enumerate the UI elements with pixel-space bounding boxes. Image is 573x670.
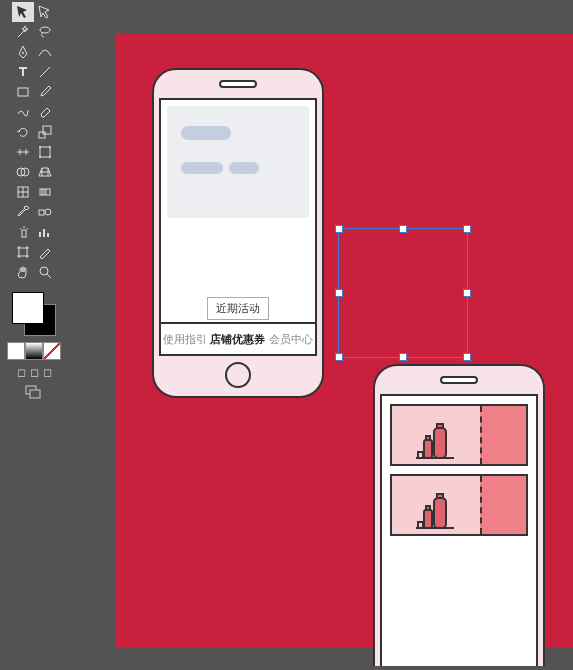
type-tool-icon[interactable] [12, 62, 34, 82]
phone-earpiece-icon [440, 376, 478, 384]
svg-rect-22 [437, 424, 443, 428]
svg-point-15 [45, 209, 51, 215]
svg-rect-27 [424, 510, 432, 528]
phone-mockup-1[interactable]: 近期活动 使用指引 店铺优惠券 会员中心 [152, 68, 324, 398]
selection-handle-icon[interactable] [335, 225, 343, 233]
selection-handle-icon[interactable] [399, 353, 407, 361]
svg-point-18 [40, 267, 48, 275]
home-button-icon [225, 362, 251, 388]
gradient-tool-icon[interactable] [34, 182, 56, 202]
svg-point-6 [39, 146, 41, 148]
fill-mode-row [7, 342, 61, 360]
selection-handle-icon[interactable] [463, 289, 471, 297]
tab-item[interactable]: 使用指引 [163, 332, 207, 347]
svg-rect-20 [30, 390, 40, 398]
phone-screen: 近期活动 使用指引 店铺优惠券 会员中心 [159, 98, 317, 356]
placeholder-line [181, 162, 223, 174]
zoom-tool-icon[interactable] [34, 262, 56, 282]
paintbrush-tool-icon[interactable] [34, 82, 56, 102]
lasso-tool-icon[interactable] [34, 22, 56, 42]
coupon-stub [480, 406, 526, 464]
selection-rectangle[interactable] [338, 228, 468, 358]
tab-item[interactable]: 会员中心 [269, 332, 313, 347]
color-swatch-panel[interactable] [12, 292, 56, 336]
eyedropper-tool-icon[interactable] [12, 202, 34, 222]
screen-mode-row: ◻ ◻ ◻ [17, 366, 52, 379]
column-graph-tool-icon[interactable] [34, 222, 56, 242]
foreground-color-swatch[interactable] [12, 292, 44, 324]
svg-rect-24 [426, 436, 430, 440]
draw-normal-icon[interactable]: ◻ [17, 366, 26, 379]
svg-rect-25 [434, 498, 446, 528]
rectangle-tool-icon[interactable] [12, 82, 34, 102]
tab-bar: 使用指引 店铺优惠券 会员中心 [161, 322, 315, 354]
svg-rect-3 [39, 132, 45, 138]
phone-earpiece-icon [219, 80, 257, 88]
artboard[interactable]: 近期活动 使用指引 店铺优惠券 会员中心 [115, 34, 573, 648]
svg-point-0 [40, 27, 50, 33]
content-placeholder [167, 106, 309, 218]
svg-point-8 [39, 156, 41, 158]
selection-tool-icon[interactable] [12, 2, 34, 22]
line-segment-tool-icon[interactable] [34, 62, 56, 82]
coupon-image-area [392, 406, 480, 464]
svg-point-1 [22, 52, 24, 54]
svg-rect-17 [19, 248, 27, 256]
mesh-tool-icon[interactable] [12, 182, 34, 202]
shape-builder-tool-icon[interactable] [12, 162, 34, 182]
canvas-area[interactable]: 近期活动 使用指引 店铺优惠券 会员中心 [68, 0, 573, 670]
blend-tool-icon[interactable] [34, 202, 56, 222]
svg-rect-14 [39, 210, 44, 215]
draw-inside-icon[interactable]: ◻ [43, 366, 52, 379]
magic-wand-tool-icon[interactable] [12, 22, 34, 42]
perspective-grid-tool-icon[interactable] [34, 162, 56, 182]
coupon-stub [480, 476, 526, 534]
shaper-tool-icon[interactable] [12, 102, 34, 122]
bottles-icon [412, 492, 460, 530]
svg-rect-4 [43, 126, 51, 134]
placeholder-line [181, 126, 231, 140]
width-tool-icon[interactable] [12, 142, 34, 162]
svg-rect-16 [22, 230, 26, 237]
symbol-sprayer-tool-icon[interactable] [12, 222, 34, 242]
curvature-tool-icon[interactable] [34, 42, 56, 62]
selection-handle-icon[interactable] [399, 225, 407, 233]
placeholder-line [229, 162, 259, 174]
draw-behind-icon[interactable]: ◻ [30, 366, 39, 379]
rotate-tool-icon[interactable] [12, 122, 34, 142]
slice-tool-icon[interactable] [34, 242, 56, 262]
fill-color-mode-icon[interactable] [7, 342, 25, 360]
artboard-tool-icon[interactable] [12, 242, 34, 262]
tab-item[interactable]: 店铺优惠券 [210, 332, 265, 347]
eraser-tool-icon[interactable] [34, 102, 56, 122]
direct-selection-tool-icon[interactable] [34, 2, 56, 22]
coupon-image-area [392, 476, 480, 534]
selection-handle-icon[interactable] [335, 289, 343, 297]
selection-handle-icon[interactable] [463, 225, 471, 233]
svg-rect-23 [424, 440, 432, 458]
coupon-card[interactable] [390, 474, 528, 536]
svg-rect-5 [40, 147, 50, 157]
toolbox: ◻ ◻ ◻ [0, 0, 68, 670]
svg-rect-2 [18, 88, 28, 96]
bottles-icon [412, 422, 460, 460]
fill-none-mode-icon[interactable] [43, 342, 61, 360]
fill-gradient-mode-icon[interactable] [25, 342, 43, 360]
free-transform-tool-icon[interactable] [34, 142, 56, 162]
selection-handle-icon[interactable] [463, 353, 471, 361]
svg-point-9 [49, 156, 51, 158]
tool-grid [12, 2, 56, 282]
change-screen-mode-icon[interactable] [25, 385, 43, 403]
svg-point-7 [49, 146, 51, 148]
pen-tool-icon[interactable] [12, 42, 34, 62]
svg-rect-21 [434, 428, 446, 458]
hand-tool-icon[interactable] [12, 262, 34, 282]
phone-screen [380, 394, 538, 666]
coupon-card[interactable] [390, 404, 528, 466]
selection-handle-icon[interactable] [335, 353, 343, 361]
phone-mockup-2[interactable] [373, 364, 545, 666]
scale-tool-icon[interactable] [34, 122, 56, 142]
active-tab-label[interactable]: 近期活动 [207, 297, 269, 320]
svg-rect-26 [437, 494, 443, 498]
svg-rect-28 [426, 506, 430, 510]
